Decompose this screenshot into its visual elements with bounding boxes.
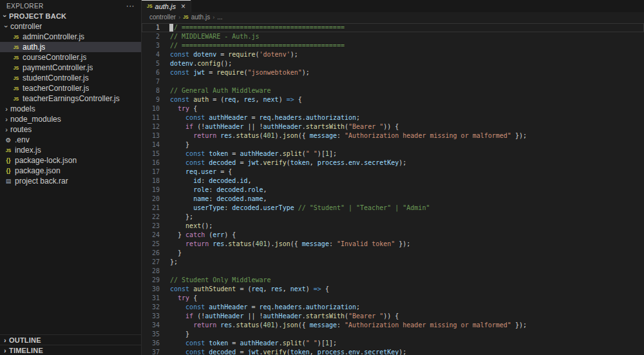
- code-line-14[interactable]: 14 }: [142, 140, 644, 149]
- line-number: 28: [142, 267, 170, 276]
- line-number: 12: [142, 122, 170, 131]
- chevron-down-icon: ›: [1, 12, 9, 20]
- js-icon: JS: [12, 45, 21, 50]
- tree-item-controller[interactable]: ›controller: [0, 21, 141, 32]
- code-line-31[interactable]: 31 try {: [142, 294, 644, 303]
- timeline-section-header[interactable]: › TIMELINE: [0, 345, 141, 355]
- sidebar-bottom-sections: › OUTLINE › TIMELINE: [0, 334, 141, 355]
- code-line-17[interactable]: 17 req.user = {: [142, 168, 644, 177]
- code-line-9[interactable]: 9const auth = (req, res, next) => {: [142, 95, 644, 104]
- code-line-7[interactable]: 7: [142, 77, 644, 86]
- code-text: if (!authHeader || !authHeader.startsWit…: [170, 122, 399, 131]
- code-text: next();: [170, 222, 213, 231]
- text-cursor: [169, 24, 173, 32]
- code-line-20[interactable]: 20 name: decoded.name,: [142, 195, 644, 204]
- chevron-down-icon: ›: [3, 23, 10, 30]
- code-line-5[interactable]: 5dotenv.config();: [142, 59, 644, 68]
- explorer-header: EXPLORER ···: [0, 0, 141, 10]
- code-text: const decoded = jwt.verify(token, proces…: [170, 348, 406, 355]
- code-text: role: decoded.role,: [170, 186, 267, 195]
- breadcrumb-symbol[interactable]: ...: [217, 14, 222, 21]
- code-line-29[interactable]: 29// Student Only Middleware: [142, 276, 644, 285]
- code-line-10[interactable]: 10 try {: [142, 104, 644, 113]
- code-line-35[interactable]: 35 }: [142, 330, 644, 339]
- code-text: // =====================================…: [170, 23, 345, 32]
- project-section-header[interactable]: › PROJECT BACK: [0, 10, 141, 21]
- tree-item-node-modules[interactable]: ›node_modules: [0, 114, 141, 124]
- code-text: dotenv.config();: [170, 59, 232, 68]
- tree-item-auth-js[interactable]: JSauth.js: [0, 42, 141, 52]
- code-line-13[interactable]: 13 return res.status(401).json({ message…: [142, 131, 644, 140]
- code-line-12[interactable]: 12 if (!authHeader || !authHeader.starts…: [142, 122, 644, 131]
- code-line-26[interactable]: 26 }: [142, 249, 644, 258]
- code-line-22[interactable]: 22 };: [142, 213, 644, 222]
- line-number: 37: [142, 348, 170, 355]
- more-actions-icon[interactable]: ···: [126, 3, 135, 9]
- tree-item-paymentcontroller-js[interactable]: JSpaymentController.js: [0, 62, 141, 73]
- timeline-label: TIMELINE: [9, 347, 43, 354]
- tree-item-package-lock-json[interactable]: {}package-lock.json: [0, 155, 141, 166]
- code-line-6[interactable]: 6const jwt = require("jsonwebtoken");: [142, 68, 644, 77]
- outline-section-header[interactable]: › OUTLINE: [0, 334, 141, 345]
- code-text: } catch (err) {: [170, 231, 236, 240]
- js-icon: JS: [12, 35, 21, 39]
- line-number: 29: [142, 276, 170, 285]
- code-line-15[interactable]: 15 const token = authHeader.split(" ")[1…: [142, 149, 644, 158]
- code-line-2[interactable]: 2// MIDDLEWARE - Auth.js: [142, 32, 644, 41]
- tree-item-studentcontroller-js[interactable]: JSstudentController.js: [0, 73, 141, 83]
- tree-item-label: package.json: [15, 166, 61, 175]
- code-line-21[interactable]: 21 userType: decoded.userType // "Studen…: [142, 204, 644, 213]
- outline-label: OUTLINE: [9, 336, 41, 344]
- code-text: const authStudent = (req, res, next) => …: [170, 285, 329, 294]
- code-line-37[interactable]: 37 const decoded = jwt.verify(token, pro…: [142, 348, 644, 355]
- code-line-3[interactable]: 3// ====================================…: [142, 41, 644, 50]
- tree-item-project-back-rar[interactable]: ▤project back.rar: [0, 176, 141, 186]
- code-text: req.user = {: [170, 168, 232, 177]
- code-line-18[interactable]: 18 id: decoded.id,: [142, 177, 644, 186]
- code-line-28[interactable]: 28: [142, 267, 644, 276]
- code-line-24[interactable]: 24 } catch (err) {: [142, 231, 644, 240]
- archive-icon: ▤: [4, 178, 13, 184]
- line-number: 32: [142, 303, 170, 312]
- tab-auth-js[interactable]: JS auth.js ×: [142, 0, 191, 12]
- code-line-8[interactable]: 8// General Auth Middleware: [142, 86, 644, 95]
- tree-item-label: node_modules: [10, 115, 61, 124]
- js-icon: JS: [4, 148, 13, 153]
- code-line-4[interactable]: 4const dotenv = require('dotenv');: [142, 50, 644, 59]
- breadcrumb-file[interactable]: auth.js: [191, 14, 210, 21]
- code-line-11[interactable]: 11 const authHeader = req.headers.author…: [142, 113, 644, 122]
- tree-item-teacherearningscontroller-js[interactable]: JSteacherEarningsController.js: [0, 93, 141, 104]
- code-line-36[interactable]: 36 const token = authHeader.split(" ")[1…: [142, 339, 644, 348]
- close-icon[interactable]: ×: [181, 3, 185, 10]
- line-number: 24: [142, 231, 170, 240]
- tree-item-routes[interactable]: ›routes: [0, 124, 141, 135]
- line-number: 8: [142, 86, 170, 95]
- code-line-32[interactable]: 32 const authHeader = req.headers.author…: [142, 303, 644, 312]
- tree-item-models[interactable]: ›models: [0, 104, 141, 114]
- code-line-34[interactable]: 34 return res.status(401).json({ message…: [142, 321, 644, 330]
- tree-item-label: teacherController.js: [23, 84, 89, 93]
- tree-item--env[interactable]: ⚙.env: [0, 135, 141, 145]
- tree-item-coursecontroller-js[interactable]: JScourseController.js: [0, 52, 141, 62]
- code-line-23[interactable]: 23 next();: [142, 222, 644, 231]
- code-line-27[interactable]: 27};: [142, 258, 644, 267]
- tree-item-package-json[interactable]: {}package.json: [0, 166, 141, 176]
- tree-item-label: models: [10, 104, 35, 113]
- code-line-1[interactable]: 1// ====================================…: [142, 23, 644, 32]
- line-number: 2: [142, 32, 170, 41]
- code-text: if (!authHeader || !authHeader.startsWit…: [170, 312, 399, 321]
- code-editor[interactable]: 1// ====================================…: [142, 22, 644, 355]
- chevron-right-icon: ›: [3, 126, 10, 133]
- code-line-25[interactable]: 25 return res.status(401).json({ message…: [142, 240, 644, 249]
- tree-item-index-js[interactable]: JSindex.js: [0, 145, 141, 155]
- code-line-30[interactable]: 30const authStudent = (req, res, next) =…: [142, 285, 644, 294]
- breadcrumb-folder[interactable]: controller: [149, 14, 176, 21]
- code-line-16[interactable]: 16 const decoded = jwt.verify(token, pro…: [142, 158, 644, 168]
- tree-item-admincontroller-js[interactable]: JSadminController.js: [0, 32, 141, 42]
- code-line-33[interactable]: 33 if (!authHeader || !authHeader.starts…: [142, 312, 644, 321]
- code-line-19[interactable]: 19 role: decoded.role,: [142, 186, 644, 195]
- code-text: // General Auth Middleware: [170, 86, 271, 95]
- line-number: 15: [142, 149, 170, 158]
- tree-item-label: controller: [10, 22, 42, 31]
- tree-item-teachercontroller-js[interactable]: JSteacherController.js: [0, 83, 141, 93]
